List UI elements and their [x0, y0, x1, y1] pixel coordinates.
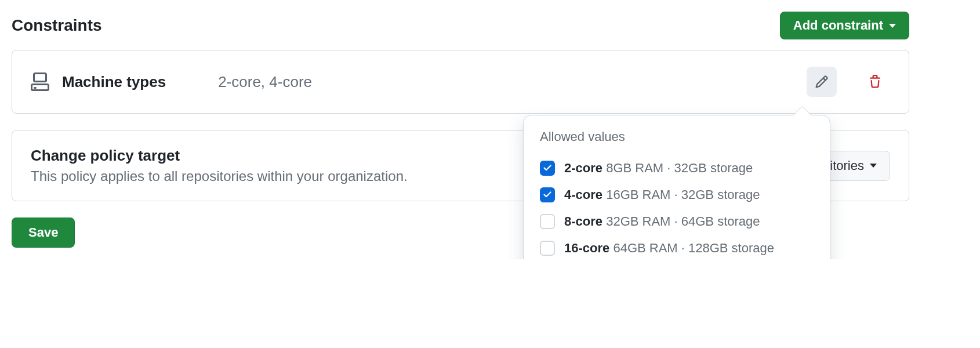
policy-description: This policy applies to all repositories …	[31, 168, 408, 184]
check-icon	[543, 190, 552, 200]
chevron-down-icon	[889, 24, 896, 28]
machine-option[interactable]: 4-core 16GB RAM · 32GB storage	[540, 182, 814, 208]
checkbox[interactable]	[540, 241, 555, 256]
policy-title: Change policy target	[31, 147, 408, 165]
machine-option-label: 2-core 8GB RAM · 32GB storage	[564, 161, 753, 176]
machine-option-label: 4-core 16GB RAM · 32GB storage	[564, 187, 760, 202]
machine-option-label: 16-core 64GB RAM · 128GB storage	[564, 241, 774, 256]
constraint-summary: 2-core, 4-core	[218, 73, 794, 91]
machine-option-label: 8-core 32GB RAM · 64GB storage	[564, 214, 760, 229]
popover-title: Allowed values	[540, 129, 814, 144]
add-constraint-label: Add constraint	[793, 18, 883, 33]
checkbox[interactable]	[540, 214, 555, 229]
check-icon	[543, 164, 552, 173]
delete-button[interactable]	[860, 67, 890, 97]
add-constraint-button[interactable]: Add constraint	[780, 12, 909, 39]
checkbox[interactable]	[540, 187, 555, 202]
machine-option[interactable]: 16-core 64GB RAM · 128GB storage	[540, 235, 814, 259]
codespaces-icon	[31, 72, 49, 91]
save-button[interactable]: Save	[12, 217, 75, 248]
pencil-icon	[815, 75, 829, 89]
chevron-down-icon	[870, 164, 877, 168]
trash-icon	[868, 75, 882, 89]
section-title: Constraints	[12, 16, 102, 35]
checkbox[interactable]	[540, 161, 555, 176]
machine-option[interactable]: 2-core 8GB RAM · 32GB storage	[540, 155, 814, 182]
constraint-name: Machine types	[62, 73, 166, 91]
machine-option[interactable]: 8-core 32GB RAM · 64GB storage	[540, 208, 814, 235]
edit-button[interactable]	[807, 67, 837, 97]
constraint-card: Machine types 2-core, 4-core	[12, 50, 909, 114]
allowed-values-popover: Allowed values 2-core 8GB RAM · 32GB sto…	[523, 115, 830, 259]
